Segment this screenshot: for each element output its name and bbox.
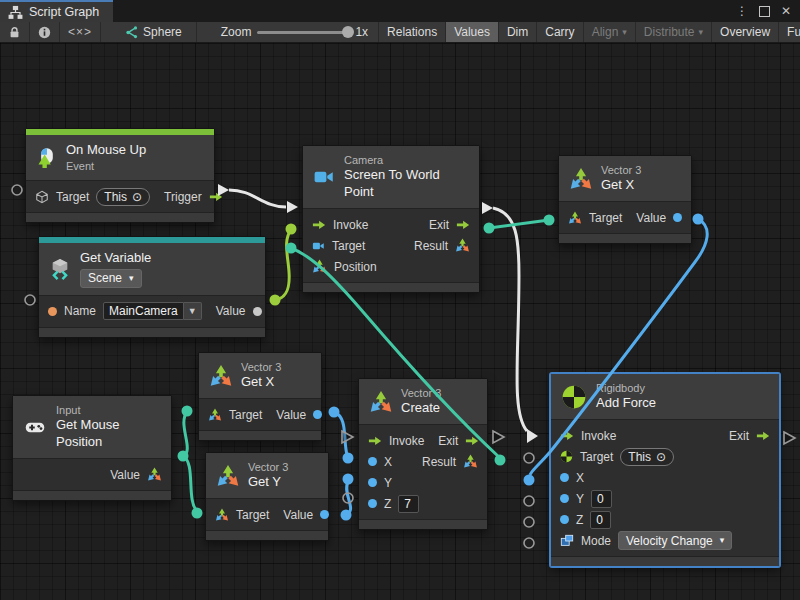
- port-label-target: Target: [56, 190, 89, 204]
- node-title: On Mouse Up: [66, 142, 146, 159]
- node-category: Camera: [344, 153, 467, 167]
- port-label-x: X: [576, 471, 584, 485]
- vector3-icon[interactable]: [208, 408, 222, 422]
- zoom-slider[interactable]: [257, 31, 349, 34]
- target-this-pill[interactable]: This⊙: [96, 188, 150, 206]
- z-port[interactable]: [368, 499, 377, 508]
- target-picker-icon[interactable]: ⊙: [132, 190, 142, 204]
- tab-script-graph[interactable]: Script Graph: [0, 0, 113, 22]
- port-label-value: Value: [276, 408, 306, 422]
- node-get-mouse-position[interactable]: Input Get Mouse Position Value: [12, 395, 172, 501]
- zoom-control: Zoom 1x: [197, 22, 379, 42]
- port-label-exit: Exit: [729, 429, 749, 443]
- variable-name-combo[interactable]: MainCamera ▼: [103, 302, 202, 320]
- rigidbody-icon[interactable]: [560, 450, 573, 463]
- z-port[interactable]: [560, 515, 569, 524]
- port-label-target: Target: [332, 239, 365, 253]
- port-label-value: Value: [110, 468, 140, 482]
- port-label-target: Target: [589, 211, 622, 225]
- carry-button[interactable]: Carry: [537, 22, 583, 42]
- window-buttons: ⋮ ✕: [734, 0, 800, 22]
- node-on-mouse-up[interactable]: On Mouse Up Event Target This⊙ Trigger: [25, 128, 215, 223]
- values-button[interactable]: Values: [446, 22, 499, 42]
- relations-button[interactable]: Relations: [379, 22, 446, 42]
- z-value-field[interactable]: 0: [590, 511, 611, 529]
- full-screen-button[interactable]: Full Screen: [779, 22, 800, 42]
- port-label-invoke: Invoke: [389, 434, 424, 448]
- gamepad-icon: [23, 417, 47, 437]
- zoom-value: 1x: [355, 25, 368, 39]
- port-label-trigger: Trigger: [164, 190, 202, 204]
- maximize-icon[interactable]: [756, 3, 772, 19]
- vector3-icon[interactable]: [147, 467, 162, 482]
- node-get-x-top[interactable]: Vector 3 Get X Target Value: [558, 155, 692, 244]
- node-get-x-mid[interactable]: Vector 3 Get X Target Value: [198, 352, 322, 441]
- vector3-icon: [569, 167, 593, 191]
- flow-arrow-icon[interactable]: [368, 436, 382, 446]
- node-title: Get X: [601, 177, 641, 194]
- y-port[interactable]: [560, 494, 569, 503]
- dim-button[interactable]: Dim: [499, 22, 537, 42]
- z-value-field[interactable]: 7: [398, 495, 419, 513]
- flow-arrow-icon[interactable]: [456, 220, 470, 230]
- zoom-slider-handle[interactable]: [342, 26, 354, 38]
- node-title: Get Mouse Position: [56, 417, 159, 451]
- node-title: Screen To World Point: [344, 167, 467, 201]
- mode-dropdown[interactable]: Velocity Change▾: [618, 531, 732, 550]
- target-picker-icon[interactable]: ⊙: [656, 450, 666, 464]
- flow-arrow-icon[interactable]: [209, 192, 223, 202]
- node-category: Rigidbody: [596, 381, 656, 395]
- node-add-force[interactable]: Rigidbody Add Force Invoke Exit Target T…: [550, 373, 780, 567]
- close-icon[interactable]: ✕: [778, 3, 794, 19]
- y-port[interactable]: [368, 478, 377, 487]
- port-label-target: Target: [236, 508, 269, 522]
- info-icon: [38, 26, 51, 39]
- node-title: Get X: [241, 374, 281, 391]
- object-cube-icon: [35, 190, 49, 204]
- vector3-icon[interactable]: [568, 211, 582, 225]
- port-label-z: Z: [576, 513, 583, 527]
- value-port[interactable]: [313, 410, 322, 419]
- port-label-exit: Exit: [438, 434, 458, 448]
- overview-button[interactable]: Overview: [712, 22, 779, 42]
- flow-arrow-icon[interactable]: [312, 220, 326, 230]
- y-value-field[interactable]: 0: [591, 490, 612, 508]
- flow-arrow-icon[interactable]: [756, 431, 770, 441]
- node-get-variable[interactable]: Get Variable Scene▾ Name MainCamera ▼ Va…: [38, 236, 266, 338]
- graph-breadcrumb[interactable]: Sphere: [101, 22, 197, 42]
- flow-arrow-icon[interactable]: [560, 431, 574, 441]
- node-category: Vector 3: [248, 460, 288, 474]
- vector3-icon[interactable]: [215, 508, 229, 522]
- align-button[interactable]: Align▾: [584, 22, 636, 42]
- vector3-icon[interactable]: [312, 259, 327, 274]
- node-screen-to-world-point[interactable]: Camera Screen To World Point Invoke Exit…: [302, 145, 480, 293]
- value-port[interactable]: [320, 510, 329, 519]
- variable-scope-dropdown[interactable]: Scene▾: [80, 269, 142, 288]
- chevron-down-icon[interactable]: ▼: [184, 302, 202, 320]
- collapse-button[interactable]: <×>: [60, 22, 101, 42]
- info-button[interactable]: [30, 22, 60, 42]
- value-port[interactable]: [673, 213, 682, 222]
- flow-arrow-icon[interactable]: [465, 436, 479, 446]
- node-get-y[interactable]: Vector 3 Get Y Target Value: [205, 452, 329, 541]
- kebab-menu-icon[interactable]: ⋮: [734, 3, 750, 19]
- lock-button[interactable]: [0, 22, 30, 42]
- distribute-button[interactable]: Distribute▾: [636, 22, 712, 42]
- value-port[interactable]: [253, 307, 262, 316]
- x-port[interactable]: [560, 473, 569, 482]
- node-vector3-create[interactable]: Vector 3 Create Invoke Exit X Result: [358, 378, 488, 530]
- name-port[interactable]: [48, 307, 57, 316]
- port-label-name: Name: [64, 304, 96, 318]
- x-port[interactable]: [368, 457, 377, 466]
- vector3-icon: [209, 364, 233, 388]
- collapse-icon: <×>: [68, 25, 92, 39]
- vector3-icon[interactable]: [455, 238, 470, 253]
- vector3-icon[interactable]: [463, 454, 478, 469]
- camera-icon: [313, 167, 335, 187]
- port-label-x: X: [384, 455, 392, 469]
- node-subtitle: Event: [66, 159, 146, 173]
- target-this-pill[interactable]: This⊙: [620, 448, 674, 466]
- camera-icon[interactable]: [312, 240, 325, 252]
- node-title: Add Force: [596, 395, 656, 412]
- node-category: Vector 3: [241, 360, 281, 374]
